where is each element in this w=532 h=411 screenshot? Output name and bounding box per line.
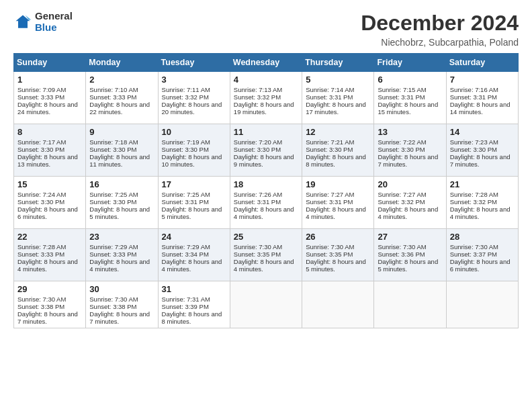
sunset-text: Sunset: 3:33 PM bbox=[17, 250, 64, 258]
sunrise-text: Sunrise: 7:28 AM bbox=[450, 191, 498, 198]
sunset-text: Sunset: 3:30 PM bbox=[89, 198, 136, 205]
logo-text: General Blue bbox=[35, 11, 73, 33]
sunrise-text: Sunrise: 7:13 AM bbox=[234, 86, 282, 93]
table-row: 13Sunrise: 7:22 AMSunset: 3:30 PMDayligh… bbox=[374, 124, 446, 177]
table-row: 22Sunrise: 7:28 AMSunset: 3:33 PMDayligh… bbox=[14, 229, 86, 281]
day-number: 11 bbox=[234, 127, 298, 137]
sunrise-text: Sunrise: 7:27 AM bbox=[378, 191, 426, 198]
table-row: 3Sunrise: 7:11 AMSunset: 3:32 PMDaylight… bbox=[158, 72, 230, 124]
day-number: 4 bbox=[234, 75, 298, 85]
day-number: 21 bbox=[450, 179, 515, 189]
table-row: 27Sunrise: 7:30 AMSunset: 3:36 PMDayligh… bbox=[374, 229, 446, 281]
header-sunday: Sunday bbox=[14, 54, 86, 72]
table-row: 10Sunrise: 7:19 AMSunset: 3:30 PMDayligh… bbox=[158, 124, 230, 177]
daylight-text: Daylight: 8 hours and 5 minutes. bbox=[306, 258, 366, 273]
day-number: 19 bbox=[306, 179, 370, 189]
day-number: 6 bbox=[378, 75, 442, 85]
logo-icon bbox=[13, 13, 32, 32]
sunrise-text: Sunrise: 7:20 AM bbox=[234, 138, 282, 146]
sunrise-text: Sunrise: 7:24 AM bbox=[17, 191, 66, 198]
sunset-text: Sunset: 3:36 PM bbox=[378, 250, 425, 258]
sunrise-text: Sunrise: 7:14 AM bbox=[306, 86, 354, 93]
sunrise-text: Sunrise: 7:21 AM bbox=[306, 138, 354, 146]
sunrise-text: Sunrise: 7:29 AM bbox=[162, 243, 210, 250]
table-row: 31Sunrise: 7:31 AMSunset: 3:39 PMDayligh… bbox=[158, 281, 230, 328]
sunset-text: Sunset: 3:33 PM bbox=[17, 93, 64, 101]
header-thursday: Thursday bbox=[302, 54, 374, 72]
table-row: 17Sunrise: 7:25 AMSunset: 3:31 PMDayligh… bbox=[158, 177, 230, 229]
sunset-text: Sunset: 3:31 PM bbox=[306, 93, 353, 101]
sunrise-text: Sunrise: 7:17 AM bbox=[17, 138, 66, 146]
day-number: 3 bbox=[162, 75, 226, 85]
sunset-text: Sunset: 3:34 PM bbox=[162, 250, 209, 258]
logo-blue-text: Blue bbox=[35, 22, 73, 34]
day-number: 15 bbox=[17, 179, 82, 189]
daylight-text: Daylight: 8 hours and 6 minutes. bbox=[17, 205, 78, 220]
table-row: 2Sunrise: 7:10 AMSunset: 3:33 PMDaylight… bbox=[86, 72, 158, 124]
daylight-text: Daylight: 8 hours and 13 minutes. bbox=[17, 153, 78, 168]
table-row: 21Sunrise: 7:28 AMSunset: 3:32 PMDayligh… bbox=[446, 177, 518, 229]
sunrise-text: Sunrise: 7:28 AM bbox=[17, 243, 66, 250]
calendar-table: Sunday Monday Tuesday Wednesday Thursday… bbox=[13, 53, 519, 328]
daylight-text: Daylight: 8 hours and 7 minutes. bbox=[17, 310, 78, 325]
table-row: 1Sunrise: 7:09 AMSunset: 3:33 PMDaylight… bbox=[14, 72, 86, 124]
sunrise-text: Sunrise: 7:09 AM bbox=[17, 86, 66, 93]
day-number: 27 bbox=[378, 232, 442, 242]
day-number: 25 bbox=[234, 232, 298, 242]
sunrise-text: Sunrise: 7:11 AM bbox=[162, 86, 210, 93]
table-row: 18Sunrise: 7:26 AMSunset: 3:31 PMDayligh… bbox=[230, 177, 302, 229]
sunrise-text: Sunrise: 7:16 AM bbox=[450, 86, 498, 93]
daylight-text: Daylight: 8 hours and 4 minutes. bbox=[234, 205, 294, 220]
table-row: 11Sunrise: 7:20 AMSunset: 3:30 PMDayligh… bbox=[230, 124, 302, 177]
day-number: 23 bbox=[89, 232, 154, 242]
header-wednesday: Wednesday bbox=[230, 54, 302, 72]
svg-marker-0 bbox=[16, 15, 30, 28]
daylight-text: Daylight: 8 hours and 4 minutes. bbox=[234, 258, 294, 273]
sunset-text: Sunset: 3:38 PM bbox=[17, 303, 64, 310]
sunset-text: Sunset: 3:37 PM bbox=[450, 250, 497, 258]
daylight-text: Daylight: 8 hours and 8 minutes. bbox=[162, 310, 222, 325]
table-row: 16Sunrise: 7:25 AMSunset: 3:30 PMDayligh… bbox=[86, 177, 158, 229]
sunset-text: Sunset: 3:33 PM bbox=[89, 250, 136, 258]
logo-general-text: General bbox=[35, 11, 73, 22]
day-number: 9 bbox=[89, 127, 154, 137]
day-number: 17 bbox=[162, 179, 226, 189]
sunrise-text: Sunrise: 7:18 AM bbox=[89, 138, 138, 146]
sunset-text: Sunset: 3:30 PM bbox=[17, 146, 64, 153]
daylight-text: Daylight: 8 hours and 4 minutes. bbox=[89, 258, 150, 273]
main-title: December 2024 bbox=[361, 11, 519, 36]
sunset-text: Sunset: 3:30 PM bbox=[17, 198, 64, 205]
day-number: 20 bbox=[378, 179, 442, 189]
sunset-text: Sunset: 3:30 PM bbox=[234, 146, 281, 153]
header-monday: Monday bbox=[86, 54, 158, 72]
daylight-text: Daylight: 8 hours and 5 minutes. bbox=[89, 205, 150, 220]
sunset-text: Sunset: 3:30 PM bbox=[306, 146, 353, 153]
sunrise-text: Sunrise: 7:15 AM bbox=[378, 86, 426, 93]
table-row: 9Sunrise: 7:18 AMSunset: 3:30 PMDaylight… bbox=[86, 124, 158, 177]
daylight-text: Daylight: 8 hours and 15 minutes. bbox=[378, 101, 438, 116]
header-saturday: Saturday bbox=[446, 54, 518, 72]
table-row bbox=[230, 281, 302, 328]
sunset-text: Sunset: 3:30 PM bbox=[162, 146, 209, 153]
day-number: 22 bbox=[17, 232, 82, 242]
daylight-text: Daylight: 8 hours and 10 minutes. bbox=[162, 153, 222, 168]
day-number: 16 bbox=[89, 179, 154, 189]
day-number: 28 bbox=[450, 232, 515, 242]
sunset-text: Sunset: 3:32 PM bbox=[234, 93, 281, 101]
daylight-text: Daylight: 8 hours and 5 minutes. bbox=[378, 258, 438, 273]
sunrise-text: Sunrise: 7:25 AM bbox=[89, 191, 138, 198]
daylight-text: Daylight: 8 hours and 9 minutes. bbox=[234, 153, 294, 168]
table-row: 24Sunrise: 7:29 AMSunset: 3:34 PMDayligh… bbox=[158, 229, 230, 281]
daylight-text: Daylight: 8 hours and 4 minutes. bbox=[162, 258, 222, 273]
table-row: 23Sunrise: 7:29 AMSunset: 3:33 PMDayligh… bbox=[86, 229, 158, 281]
daylight-text: Daylight: 8 hours and 4 minutes. bbox=[306, 205, 366, 220]
table-row bbox=[374, 281, 446, 328]
sunset-text: Sunset: 3:35 PM bbox=[234, 250, 281, 258]
sunset-text: Sunset: 3:31 PM bbox=[306, 198, 353, 205]
table-row: 15Sunrise: 7:24 AMSunset: 3:30 PMDayligh… bbox=[14, 177, 86, 229]
logo: General Blue bbox=[13, 11, 73, 33]
daylight-text: Daylight: 8 hours and 17 minutes. bbox=[306, 101, 366, 116]
daylight-text: Daylight: 8 hours and 14 minutes. bbox=[450, 101, 511, 116]
header-friday: Friday bbox=[374, 54, 446, 72]
day-number: 2 bbox=[89, 75, 154, 85]
